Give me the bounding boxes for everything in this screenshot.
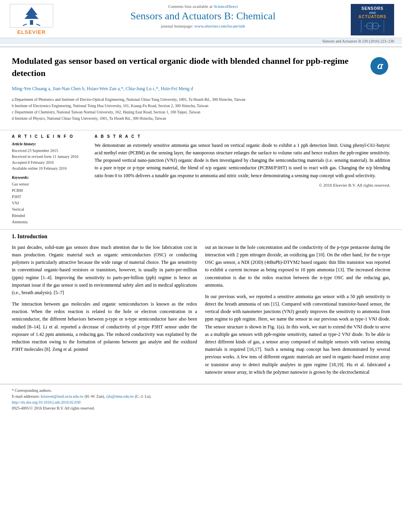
svg-rect-1 [30, 20, 33, 25]
email2-name: (C.-J. Lu). [135, 394, 151, 399]
available-date: Available online 10 February 2016 [12, 165, 83, 171]
email-addresses: E-mail addresses: hsiawen@mail.nctu.edu.… [12, 393, 390, 399]
elsevier-name-text: ELSEVIER [17, 29, 46, 35]
intro-para-4: In our previous work, we reported a sens… [205, 293, 390, 376]
article-info-column: A R T I C L E I N F O Article history: R… [12, 134, 91, 225]
affiliation-a: a Department of Photonics and Institute … [12, 96, 390, 102]
abstract-label: A B S T R A C T [95, 134, 390, 139]
journal-homepage: journal homepage: www.elsevier.com/locat… [63, 24, 343, 28]
intro-para-2: The interaction between gas molecules an… [12, 300, 197, 353]
keyword-vnj: VNJ [12, 200, 83, 206]
affiliation-b: b Institute of Electronics Engineering, … [12, 103, 390, 109]
crossmark-logo: ɑ [370, 57, 390, 77]
section1-body: In past decades, solid-state gas sensors… [12, 244, 390, 380]
intro-para-3: out an increase in the hole concentratio… [205, 244, 390, 289]
citation-bar: Sensors and Actuators B 230 (2016) 223–2… [0, 38, 402, 44]
email1-name: (H.-W. Zan), [85, 394, 105, 399]
article-history: Article history: Received 23 September 2… [12, 142, 83, 171]
keyword-vertical: Vertical [12, 206, 83, 213]
sensors-actuators-logo: SENSORS and ACTUATORS [351, 4, 394, 35]
keywords-section: Keywords: Gas sensor PCBM P3HT VNJ Verti… [12, 175, 83, 225]
section1-title: 1. Introduction [12, 234, 390, 240]
article-header: ɑ Modulated gas sensor based on vertical… [0, 47, 402, 130]
article-info-abstract: A R T I C L E I N F O Article history: R… [0, 130, 402, 229]
body-col-left: In past decades, solid-state gas sensors… [12, 244, 197, 380]
keyword-pcbm: PCBM [12, 187, 83, 194]
keyword-ammonia: Ammonia [12, 219, 83, 225]
affiliation-c: c Department of Chemistry, National Taiw… [12, 109, 390, 115]
article-info-label: A R T I C L E I N F O [12, 134, 83, 139]
keyword-p3ht: P3HT [12, 194, 83, 200]
homepage-link[interactable]: www.elsevier.com/locate/snb [194, 24, 245, 28]
received-date: Received 23 September 2015 [12, 148, 83, 154]
keyword-blended: Blended [12, 213, 83, 219]
body-col-right: out an increase in the hole concentratio… [205, 244, 390, 380]
affiliation-d: d Institute of Physics, National Chiao T… [12, 115, 390, 121]
journal-title: Sensors and Actuators B: Chemical [63, 10, 343, 22]
abstract-column: A B S T R A C T We demonstrate an extrem… [91, 134, 390, 225]
corresponding-authors-note: * Corresponding authors. [12, 387, 390, 393]
journal-header: ELSEVIER Contents lists available at Sci… [0, 0, 402, 47]
sensors-logo-image [361, 20, 384, 32]
email1-link[interactable]: hsiawen@mail.nctu.edu.tw [41, 394, 84, 399]
sciencedirect-link[interactable]: ScienceDirect [214, 4, 238, 9]
doi-link[interactable]: http://dx.doi.org/10.1016/j.snb.2016.02.… [12, 399, 390, 405]
intro-para-1: In past decades, solid-state gas sensors… [12, 244, 197, 297]
issn-line: 0925-4005/© 2016 Elsevier B.V. All right… [12, 405, 390, 411]
footnote-section: * Corresponding authors. E-mail addresse… [0, 384, 402, 414]
email2-link[interactable]: cjlu@ntnu.edu.tw [106, 394, 134, 399]
elsevier-tree-svg [12, 5, 51, 27]
crossmark-icon: ɑ [370, 57, 388, 75]
affiliations-list: a Department of Photonics and Institute … [12, 96, 390, 121]
copyright-text: © 2016 Elsevier B.V. All rights reserved… [95, 183, 390, 187]
article-title: Modulated gas sensor based on vertical o… [12, 55, 390, 80]
keywords-label: Keywords: [12, 175, 83, 180]
abstract-text: We demonstrate an extremely sensitive am… [95, 142, 390, 180]
revised-date: Received in revised form 11 January 2016 [12, 154, 83, 159]
page: ELSEVIER Contents lists available at Sci… [0, 0, 402, 532]
history-label: Article history: [12, 142, 83, 146]
journal-info-center: Contents lists available at ScienceDirec… [55, 4, 351, 28]
body-content: 1. Introduction In past decades, solid-s… [0, 229, 402, 384]
authors-list: Ming-Yen Chuang a, Jian-Nan Chen b, Hsia… [12, 85, 390, 93]
elsevier-logo: ELSEVIER [8, 4, 55, 35]
keyword-gas-sensor: Gas sensor [12, 181, 83, 187]
contents-list-text: Contents lists available at ScienceDirec… [63, 4, 343, 9]
accepted-date: Accepted 8 February 2016 [12, 159, 83, 165]
